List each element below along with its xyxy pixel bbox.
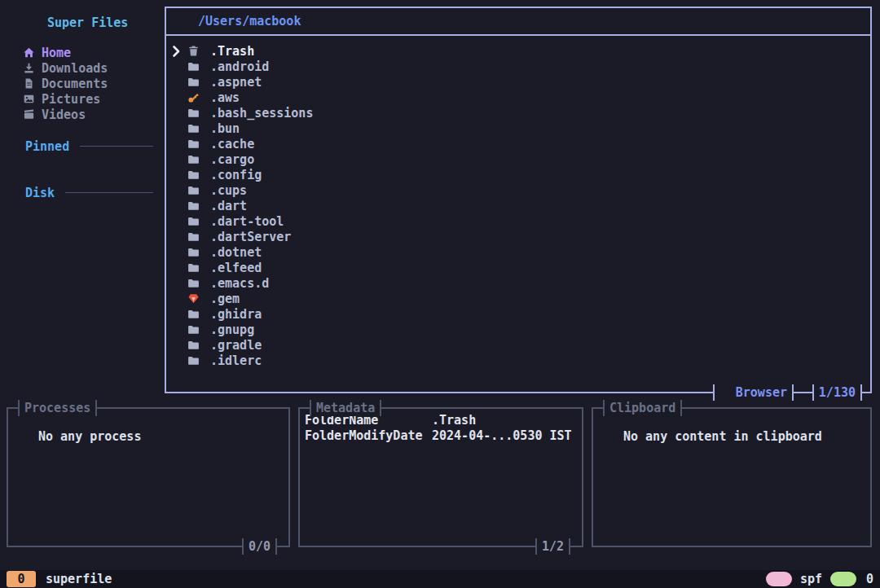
file-row[interactable]: .cargo <box>166 151 870 167</box>
file-list[interactable]: .Trash.android.aspnet.aws.bash_sessions.… <box>166 36 870 368</box>
file-name: .dartServer <box>210 230 291 244</box>
section-label: Pinned <box>25 139 69 154</box>
file-row[interactable]: .gradle <box>166 337 870 353</box>
processes-count-tag: 0/0 <box>242 538 277 555</box>
file-name: .emacs.d <box>210 276 269 291</box>
metadata-value: .Trash <box>432 413 476 428</box>
file-row[interactable]: .bun <box>166 121 870 136</box>
sidebar-item-label: Videos <box>42 108 86 122</box>
file-row[interactable]: .config <box>166 167 870 182</box>
user-icon <box>773 574 784 585</box>
panel-mode-tag: Browser <box>713 384 794 401</box>
file-row[interactable]: .android <box>166 59 870 74</box>
video-icon <box>23 108 35 121</box>
file-row[interactable]: .cache <box>166 136 870 151</box>
eye-icon <box>719 387 731 398</box>
file-row[interactable]: .cups <box>166 182 870 198</box>
file-name: .aspnet <box>210 75 262 90</box>
file-row[interactable]: .aspnet <box>166 74 870 90</box>
file-row[interactable]: .bash_sessions <box>166 105 870 121</box>
sidebar-item-label: Home <box>42 46 71 60</box>
file-row[interactable]: .gnupg <box>166 322 870 337</box>
sidebar-item-label: Pictures <box>42 92 100 107</box>
sidebar-item-label: Documents <box>42 77 108 91</box>
status-bar-right: spf 0 <box>766 572 873 586</box>
folder-icon <box>187 169 200 181</box>
file-name: .android <box>210 59 269 74</box>
file-row[interactable]: .dartServer <box>166 229 870 244</box>
file-row[interactable]: .elfeed <box>166 260 870 275</box>
folder-icon <box>187 60 200 72</box>
folder-icon <box>187 261 200 274</box>
file-name: .elfeed <box>210 261 262 275</box>
folder-icon <box>187 184 200 196</box>
path-bar[interactable]: /Users/macbook <box>166 8 870 36</box>
file-name: .cache <box>210 137 254 151</box>
current-path: /Users/macbook <box>198 14 301 29</box>
file-name: .cargo <box>210 152 254 167</box>
folder-icon <box>178 15 190 28</box>
file-row[interactable]: .dart <box>166 198 870 213</box>
folder-icon <box>187 215 200 227</box>
status-count: 0 <box>866 572 873 586</box>
clipboard-empty-text: No any content in clipboard <box>623 429 822 444</box>
section-divider <box>65 192 153 193</box>
picture-icon <box>23 93 35 105</box>
metadata-count-tag: 1/2 <box>535 538 570 555</box>
file-row[interactable]: .Trash <box>166 43 870 59</box>
file-row[interactable]: .aws <box>166 90 870 105</box>
app-title: Super Files <box>29 15 128 31</box>
sidebar-item-pictures[interactable]: Pictures <box>0 91 165 107</box>
file-name: .ghidra <box>210 307 262 322</box>
folder-icon <box>187 200 200 212</box>
file-name: .config <box>210 168 262 182</box>
sidebar-item-documents[interactable]: Documents <box>0 76 165 91</box>
superfile-app: Super Files HomeDownloadsDocumentsPictur… <box>0 0 880 588</box>
trash-icon <box>187 45 200 57</box>
session-badge <box>766 572 792 586</box>
selection-cursor-icon <box>169 45 183 57</box>
folder-icon <box>187 107 200 119</box>
circle-dot-icon <box>16 431 29 443</box>
gem-icon <box>187 292 200 305</box>
session-name: spf <box>800 572 822 586</box>
file-name: .bash_sessions <box>210 106 313 121</box>
file-name: .dart-tool <box>210 214 284 229</box>
folder-icon <box>29 17 41 29</box>
folder-icon <box>187 230 200 243</box>
file-row[interactable]: .gem <box>166 291 870 306</box>
clipboard-panel-title: Clipboard <box>603 400 682 416</box>
metadata-key: FolderModifyDate <box>305 428 432 443</box>
folder-icon <box>187 277 200 289</box>
file-name: .bun <box>210 121 240 136</box>
terminal-icon <box>838 574 848 585</box>
status-bar: 0 superfile spf 0 <box>0 570 880 588</box>
circle-dot-icon <box>601 431 614 443</box>
file-row[interactable]: .dotnet <box>166 244 870 260</box>
file-name: .aws <box>210 90 240 105</box>
panel-mode-label: Browser <box>736 385 787 400</box>
file-name: .gem <box>210 292 240 306</box>
sidebar-section-disk: Disk <box>7 185 153 200</box>
app-name: superfile <box>46 572 112 586</box>
file-row[interactable]: .dart-tool <box>166 213 870 229</box>
exit-code-badge: 0 <box>7 571 36 587</box>
folder-icon <box>187 323 200 336</box>
clipboard-panel: Clipboard No any content in clipboard <box>592 407 872 547</box>
download-icon <box>23 62 35 74</box>
file-row[interactable]: .emacs.d <box>166 275 870 291</box>
folder-icon <box>187 138 200 150</box>
key-icon <box>187 91 200 103</box>
sidebar-section-pinned: Pinned <box>7 138 153 154</box>
file-name: .dart <box>210 199 247 213</box>
sidebar-item-downloads[interactable]: Downloads <box>0 60 165 76</box>
metadata-row: FolderModifyDate2024-04-...0530 IST <box>305 428 577 443</box>
status-bar-left: 0 superfile <box>7 571 112 587</box>
sidebar-item-home[interactable]: Home <box>0 45 165 60</box>
processes-panel-title: Processes <box>18 400 97 416</box>
file-count-tag: 1/130 <box>812 384 862 401</box>
file-row[interactable]: .idlerc <box>166 353 870 368</box>
sidebar-item-videos[interactable]: Videos <box>0 107 165 122</box>
file-row[interactable]: .ghidra <box>166 306 870 322</box>
folder-icon <box>187 246 200 258</box>
